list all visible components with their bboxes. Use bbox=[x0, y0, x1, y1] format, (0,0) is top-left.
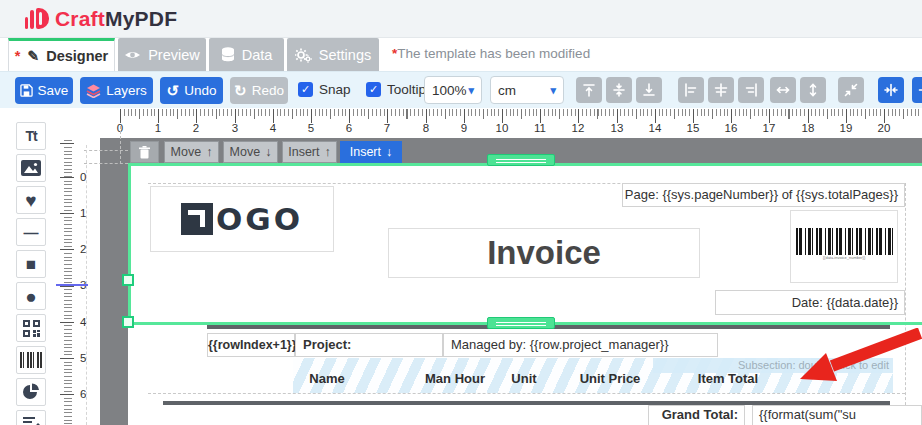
selection-border-left bbox=[128, 163, 131, 325]
section-guide-bottom bbox=[148, 393, 905, 394]
delete-section-button[interactable] bbox=[130, 141, 159, 163]
rich-text-tool-button[interactable] bbox=[16, 410, 46, 425]
insert-section-below-button[interactable]: Insert↓ bbox=[340, 141, 402, 163]
insert-section-above-button[interactable]: Insert↑ bbox=[282, 141, 337, 163]
move-section-down-button[interactable]: Move↓ bbox=[223, 141, 278, 163]
logo-square-icon bbox=[181, 203, 213, 235]
unit-select[interactable]: cm ▾ bbox=[490, 76, 564, 104]
tab-designer[interactable]: * ✎ Designer bbox=[8, 38, 115, 71]
redo-icon: ↻ bbox=[234, 82, 247, 100]
barcode-bars bbox=[796, 228, 894, 255]
layers-icon bbox=[86, 84, 101, 98]
margin-guide-right bbox=[905, 183, 906, 425]
managed-by-cell[interactable]: Managed by: {{row.project_manager}} bbox=[443, 333, 718, 357]
barcode-icon bbox=[20, 352, 42, 368]
align-bottom-button[interactable] bbox=[636, 77, 662, 103]
barcode-element[interactable]: {{data.invoice_number}} bbox=[790, 210, 898, 283]
unit-value: cm bbox=[498, 83, 516, 98]
design-canvas[interactable]: OGO Page: {{sys.pageNumber}} of {{sys.to… bbox=[100, 138, 922, 425]
app-header: CraftMyPDF bbox=[0, 0, 922, 38]
trash-icon bbox=[139, 146, 150, 159]
tab-data-label: Data bbox=[242, 47, 273, 63]
brand-logo: CraftMyPDF bbox=[25, 7, 177, 31]
column-unit-price: Unit Price bbox=[580, 371, 641, 386]
ruler-position-indicator bbox=[56, 284, 88, 286]
craftmypdf-designer-window: CraftMyPDF * ✎ Designer Preview Data Set… bbox=[0, 0, 922, 425]
column-unit: Unit bbox=[511, 371, 536, 386]
eye-icon bbox=[124, 49, 141, 61]
shape-circle-button[interactable]: ● bbox=[16, 282, 46, 310]
align-left-button[interactable] bbox=[678, 77, 704, 103]
image-tool-button[interactable] bbox=[16, 154, 46, 182]
tab-bar: * ✎ Designer Preview Data Settings *The … bbox=[0, 38, 922, 71]
guide-line bbox=[86, 145, 87, 425]
align-vertical-center-button[interactable] bbox=[606, 77, 632, 103]
tab-settings[interactable]: Settings bbox=[287, 38, 379, 71]
snap-label: Snap bbox=[319, 82, 351, 97]
vertical-ruler: 0 1 2 3 4 5 6 bbox=[56, 138, 100, 425]
shape-line-button[interactable]: — bbox=[16, 218, 46, 246]
grand-total-value-cell[interactable]: {{format(sum("su bbox=[752, 405, 922, 425]
tooltip-checkbox[interactable]: ✓ Tooltip bbox=[366, 82, 426, 97]
align-right-button[interactable] bbox=[738, 77, 764, 103]
guide-line bbox=[84, 163, 128, 164]
qrcode-tool-button[interactable] bbox=[16, 314, 46, 342]
barcode-caption: {{data.invoice_number}} bbox=[791, 255, 897, 260]
align-horizontal-center-button[interactable] bbox=[708, 77, 734, 103]
tooltip-label: Tooltip bbox=[387, 82, 426, 97]
row-index-cell[interactable]: {{rowIndex+1}} bbox=[207, 333, 295, 357]
guide-line bbox=[84, 150, 128, 151]
resize-handle-left[interactable] bbox=[122, 274, 134, 286]
line-icon: — bbox=[24, 224, 39, 241]
layers-button[interactable]: Layers bbox=[80, 77, 153, 104]
resize-handle-bottom-left[interactable] bbox=[122, 316, 134, 328]
template-page[interactable]: OGO Page: {{sys.pageNumber}} of {{sys.to… bbox=[128, 165, 922, 425]
move-section-up-button[interactable]: Move↑ bbox=[164, 141, 219, 163]
resize-handle-bottom-center[interactable] bbox=[487, 317, 555, 329]
shape-rectangle-button[interactable]: ■ bbox=[16, 250, 46, 278]
pencil-icon: ✎ bbox=[27, 48, 39, 64]
chevron-down-icon: ▾ bbox=[468, 84, 474, 97]
page-number-element[interactable]: Page: {{sys.pageNumber}} of {{sys.totalP… bbox=[622, 183, 905, 207]
grand-total-label-cell[interactable]: Grand Total: bbox=[648, 405, 745, 425]
align-top-button[interactable] bbox=[576, 77, 602, 103]
resize-handle-top-center[interactable] bbox=[487, 154, 555, 166]
check-icon: ✓ bbox=[366, 82, 381, 97]
modified-notice: *The template has been modified bbox=[392, 46, 590, 61]
element-sidebar: Tt ♥ — ■ ● bbox=[0, 112, 56, 425]
qrcode-icon bbox=[23, 320, 40, 337]
match-height-button[interactable] bbox=[800, 77, 826, 103]
gears-icon bbox=[295, 47, 312, 63]
column-item-total: Item Total bbox=[698, 371, 758, 386]
floppy-icon bbox=[20, 84, 33, 97]
date-element[interactable]: Date: {{data.date}} bbox=[715, 290, 905, 315]
text-tool-button[interactable]: Tt bbox=[16, 122, 46, 150]
snap-checkbox[interactable]: ✓ Snap bbox=[298, 82, 351, 97]
red-arrow-annotation bbox=[790, 328, 922, 384]
image-icon bbox=[21, 160, 41, 176]
compress-button[interactable] bbox=[838, 77, 864, 103]
square-icon: ■ bbox=[26, 256, 36, 273]
zoom-value: 100% bbox=[432, 83, 467, 98]
heart-icon: ♥ bbox=[25, 191, 36, 210]
distribute-horizontal-button[interactable] bbox=[878, 77, 904, 103]
barcode-tool-button[interactable] bbox=[16, 346, 46, 374]
redo-button[interactable]: ↻ Redo bbox=[230, 77, 288, 104]
invoice-title-element[interactable]: Invoice bbox=[388, 228, 700, 278]
zoom-select[interactable]: 100% ▾ bbox=[424, 76, 482, 104]
tab-preview[interactable]: Preview bbox=[118, 38, 206, 71]
designer-toolbar: Save Layers ↺ Undo ↻ Redo ✓ Snap ✓ Toolt… bbox=[0, 71, 922, 108]
chart-tool-button[interactable] bbox=[16, 378, 46, 406]
undo-button[interactable]: ↺ Undo bbox=[160, 77, 223, 104]
tab-preview-label: Preview bbox=[148, 47, 200, 63]
arrow-down-icon: ↓ bbox=[265, 145, 271, 159]
circle-icon: ● bbox=[25, 287, 36, 306]
logo-element[interactable]: OGO bbox=[150, 186, 334, 252]
project-cell[interactable]: Project: {{row.project}} bbox=[295, 333, 443, 357]
tab-data[interactable]: Data bbox=[209, 38, 284, 71]
pie-chart-icon bbox=[22, 383, 40, 401]
match-width-button[interactable] bbox=[770, 77, 796, 103]
distribute-vertical-button[interactable] bbox=[912, 77, 922, 103]
save-button[interactable]: Save bbox=[15, 77, 73, 104]
shape-heart-button[interactable]: ♥ bbox=[16, 186, 46, 214]
